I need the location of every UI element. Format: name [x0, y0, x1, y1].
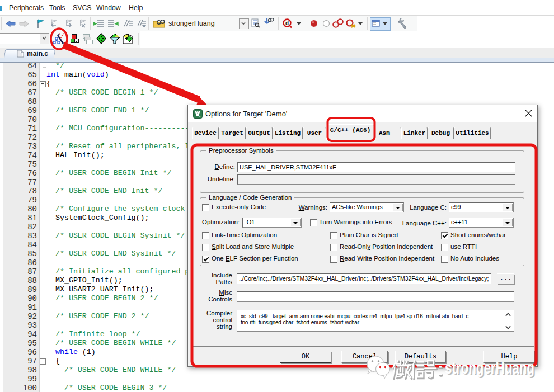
- svg-text:s: s: [199, 115, 201, 118]
